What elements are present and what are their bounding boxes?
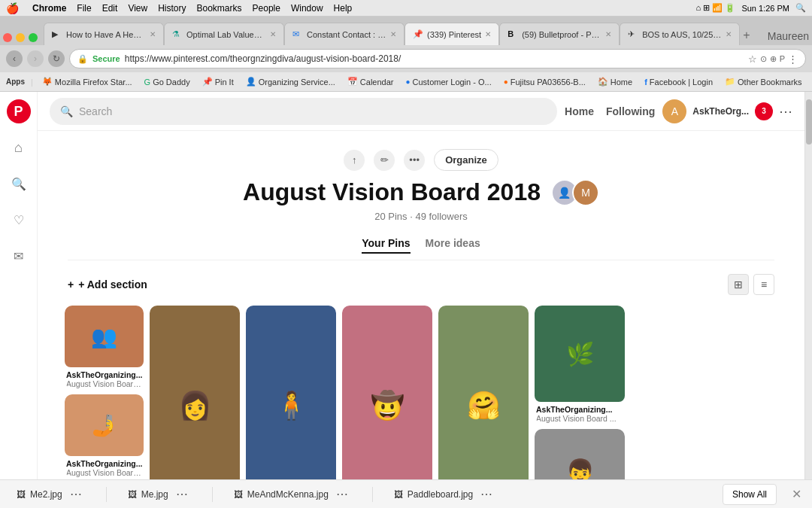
- dl-3-name: MeAndMcKenna.jpg: [247, 489, 329, 500]
- bookmark-other[interactable]: 📁 Other Bookmarks: [722, 75, 805, 88]
- board-tabs: Your Pins More ideas: [68, 234, 774, 260]
- tab-1[interactable]: ▶ How to Have A Healt... ✕: [44, 23, 164, 45]
- menu-window[interactable]: Window: [291, 3, 323, 14]
- tab-2[interactable]: ⚗ Optimal Lab Values-h... ✕: [164, 23, 284, 45]
- bookmark-pinit[interactable]: 📌 Pin It: [199, 75, 237, 88]
- bookmark-calendar[interactable]: 📅 Calendar: [344, 75, 397, 88]
- collaborator-avatar-2[interactable]: M: [572, 179, 599, 206]
- pin-item-1[interactable]: 👥 AskTheOrganizing... August Vision Boar…: [65, 306, 144, 388]
- sidebar-following-icon[interactable]: ♡: [7, 208, 31, 232]
- tab-6-close[interactable]: ✕: [726, 30, 732, 38]
- menu-file[interactable]: File: [77, 3, 91, 14]
- tab-4-close[interactable]: ✕: [485, 30, 491, 38]
- nav-home-link[interactable]: Home: [565, 105, 594, 117]
- pin-item-2[interactable]: 🤳 AskTheOrganizing... August Vision Boar…: [65, 394, 144, 477]
- download-me2[interactable]: 🖼 Me2.jpg ⋯: [11, 482, 91, 506]
- pinterest-logo[interactable]: P: [7, 99, 31, 123]
- menu-people[interactable]: People: [253, 3, 280, 14]
- board-meta: 20 Pins · 49 followers: [68, 211, 774, 222]
- scrollbar[interactable]: [804, 92, 812, 479]
- menubar-search-icon[interactable]: 🔍: [795, 3, 806, 13]
- extension-icon-3[interactable]: P: [780, 54, 785, 63]
- menu-edit[interactable]: Edit: [102, 3, 118, 14]
- bookmark-apps[interactable]: Apps: [6, 78, 25, 86]
- pins-section: 👥 AskTheOrganizing... August Vision Boar…: [38, 306, 804, 479]
- grid-view-button[interactable]: ⊞: [728, 274, 749, 295]
- tab-your-pins[interactable]: Your Pins: [362, 234, 410, 254]
- notification-badge[interactable]: 3: [755, 102, 773, 120]
- organizing-icon: 👤: [246, 77, 256, 87]
- dl-3-dots[interactable]: ⋯: [333, 485, 351, 503]
- address-bar-right-icons: ☆ ⊙ ⊕ P ⋮: [748, 53, 798, 65]
- tab-2-close[interactable]: ✕: [270, 30, 276, 38]
- sidebar-home-icon[interactable]: ⌂: [7, 135, 31, 160]
- tab-3-close[interactable]: ✕: [390, 30, 396, 38]
- bookmark-customer-login[interactable]: ● Customer Login - O...: [402, 76, 494, 88]
- add-section-label: + Add section: [78, 278, 147, 291]
- add-section-button[interactable]: + + Add section: [68, 278, 147, 291]
- share-button[interactable]: ↑: [344, 150, 365, 171]
- facebook-icon: f: [644, 78, 647, 87]
- menu-chrome[interactable]: Chrome: [32, 3, 66, 14]
- organize-button[interactable]: Organize: [434, 149, 498, 171]
- pin-item-6[interactable]: 🤠 AskTheOrganizing... August Vision Boar…: [342, 306, 432, 479]
- nav-following-link[interactable]: Following: [606, 105, 655, 117]
- extension-icon-1[interactable]: ⊙: [760, 54, 767, 64]
- pinterest-search-bar[interactable]: 🔍 Search: [50, 98, 557, 125]
- tab-more-ideas[interactable]: More ideas: [426, 234, 480, 254]
- download-paddleboard[interactable]: 🖼 Paddleboard.jpg ⋯: [388, 482, 501, 506]
- reload-button[interactable]: ↻: [48, 50, 65, 67]
- sidebar-search-icon[interactable]: 🔍: [7, 172, 31, 196]
- tab-4-pinterest[interactable]: 📌 (339) Pinterest ✕: [404, 23, 499, 45]
- tab-6[interactable]: ✈ BOS to AUS, 10/25 ... ✕: [620, 23, 740, 45]
- bookmark-mozilla[interactable]: 🦊 Mozilla Firefox Star...: [39, 75, 135, 88]
- download-meandmckenna[interactable]: 🖼 MeAndMcKenna.jpg ⋯: [228, 482, 357, 506]
- menu-help[interactable]: Help: [334, 3, 353, 14]
- menu-view[interactable]: View: [128, 3, 147, 14]
- bookmark-godaddy[interactable]: G Go Daddy: [141, 76, 193, 88]
- tab-5-close[interactable]: ✕: [605, 30, 611, 38]
- menu-bookmarks[interactable]: Bookmarks: [197, 3, 242, 14]
- list-view-button[interactable]: ≡: [753, 274, 774, 295]
- dl-4-dots[interactable]: ⋯: [477, 485, 495, 503]
- pin-item-9[interactable]: 👦 AskTheOrganizing... August Vision Boar…: [535, 429, 625, 479]
- edit-button[interactable]: ✏: [374, 150, 395, 171]
- pin-item-5[interactable]: 🧍 AskTheOrganizing... August Vision Boar…: [246, 306, 336, 479]
- pin-item-4[interactable]: 👩 AskTheOrganizing... August Vision Boar…: [150, 306, 240, 479]
- minimize-traffic-light[interactable]: [16, 33, 25, 42]
- dl-2-icon: 🖼: [128, 489, 137, 500]
- user-avatar-tab[interactable]: Maureen: [768, 30, 809, 42]
- scroll-thumb[interactable]: [806, 99, 812, 144]
- tab-3[interactable]: ✉ Constant Contact : Em... ✕: [284, 23, 404, 45]
- tab-1-close[interactable]: ✕: [150, 30, 156, 38]
- bookmark-home[interactable]: 🏠 Home: [595, 75, 635, 88]
- close-download-bar-button[interactable]: ✕: [792, 487, 801, 501]
- tab-5[interactable]: B (59) Bulletproof - Pos... ✕: [499, 23, 620, 45]
- address-bar[interactable]: 🔒 Secure https://www.pinterest.com/theor…: [69, 49, 806, 68]
- bookmark-star-icon[interactable]: ☆: [748, 53, 757, 65]
- close-traffic-light[interactable]: [3, 33, 12, 42]
- download-me[interactable]: 🖼 Me.jpg ⋯: [122, 482, 197, 506]
- pin-item-7[interactable]: 🤗 AskTheOrganizing... August Vision Boar…: [438, 306, 529, 479]
- user-avatar[interactable]: A: [662, 99, 686, 123]
- forward-button[interactable]: ›: [27, 50, 44, 67]
- sidebar-messages-icon[interactable]: ✉: [7, 244, 31, 268]
- extension-icon-2[interactable]: ⊕: [770, 54, 777, 64]
- more-options-button[interactable]: ⋯: [779, 103, 792, 120]
- dl-1-dots[interactable]: ⋯: [67, 485, 85, 503]
- tab-2-favicon: ⚗: [172, 29, 183, 40]
- bookmark-facebook[interactable]: f Facebook | Login: [641, 76, 716, 88]
- dl-2-dots[interactable]: ⋯: [173, 485, 191, 503]
- menubar-time: Sun 1:26 PM: [741, 4, 789, 13]
- bookmark-fujitsu[interactable]: ● Fujitsu PA03656-B...: [501, 76, 589, 88]
- pin-item-8[interactable]: 🌿 AskTheOrganizing... August Vision Boar…: [535, 306, 625, 423]
- back-button[interactable]: ‹: [6, 50, 23, 67]
- apple-logo[interactable]: 🍎: [6, 2, 19, 14]
- bookmark-organizing[interactable]: 👤 Organizing Service...: [243, 75, 338, 88]
- more-button[interactable]: •••: [404, 150, 425, 171]
- new-tab-button[interactable]: +: [743, 29, 750, 42]
- more-options-icon[interactable]: ⋮: [788, 53, 798, 65]
- menu-history[interactable]: History: [158, 3, 186, 14]
- show-all-button[interactable]: Show All: [723, 484, 777, 505]
- maximize-traffic-light[interactable]: [29, 33, 38, 42]
